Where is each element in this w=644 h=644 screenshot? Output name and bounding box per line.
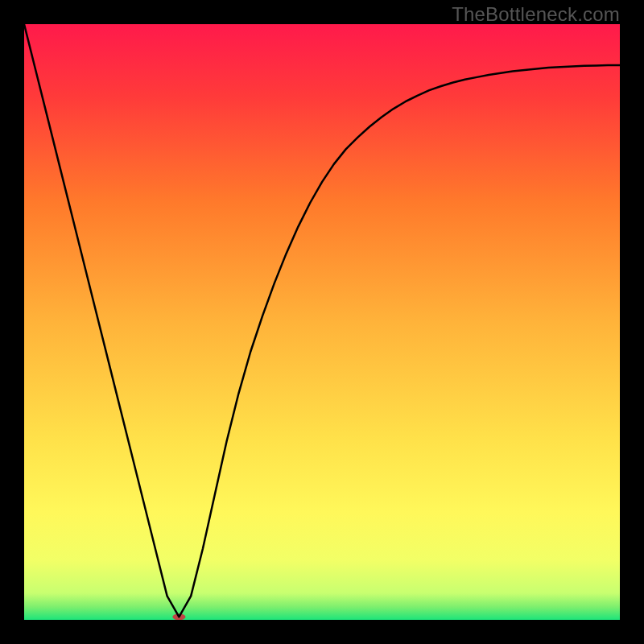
bottleneck-chart — [24, 24, 620, 620]
watermark-text: TheBottleneck.com — [452, 3, 620, 26]
chart-frame — [24, 24, 620, 620]
gradient-background — [24, 24, 620, 620]
